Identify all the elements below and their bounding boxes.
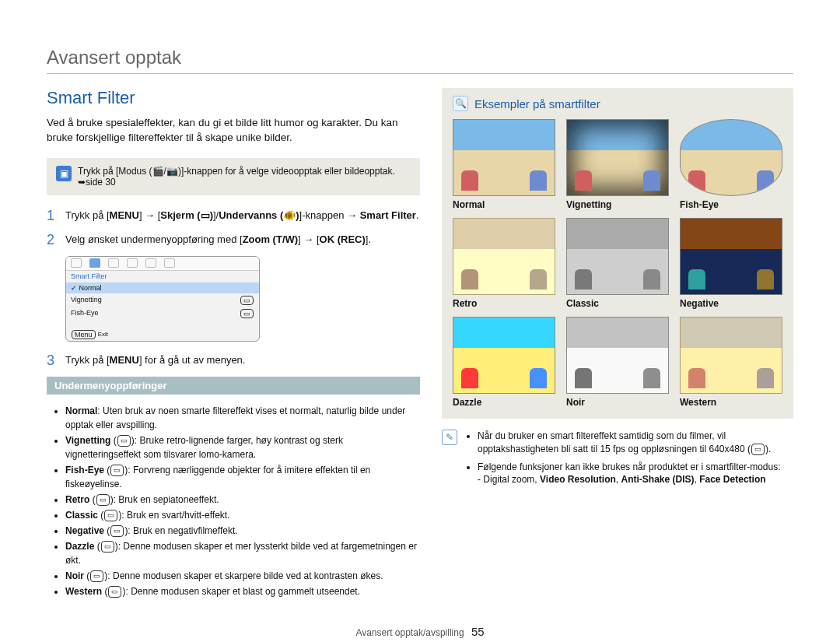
filter-icon: ▭ xyxy=(101,541,114,553)
step-number: 1 xyxy=(47,208,58,224)
submenu-item: Retro (▭): Bruk en sepiatoneeffekt. xyxy=(65,493,420,507)
tab-icon xyxy=(71,258,82,268)
tab-icon xyxy=(145,258,156,268)
thumb-caption: Normal xyxy=(453,199,555,210)
row-icon: ▭ xyxy=(240,309,254,318)
section-title: Smart Filter xyxy=(47,88,420,108)
submenu-header: Undermenyoppføringer xyxy=(47,377,420,395)
examples-header: 🔍 Eksempler på smartfilter xyxy=(453,96,782,111)
submenu-item: Negative (▭): Bruk en negativfilmeffekt. xyxy=(65,524,420,538)
thumb-caption: Fish-Eye xyxy=(680,199,782,210)
examples-box: 🔍 Eksempler på smartfilter Normal Vignet… xyxy=(442,88,793,419)
submenu-item: Vignetting (▭): Bruke retro-lignende far… xyxy=(65,433,420,461)
thumb-image xyxy=(453,119,555,196)
examples-title: Eksempler på smartfilter xyxy=(474,97,600,111)
thumb-image xyxy=(566,119,669,196)
submenu-item: Dazzle (▭): Denne modusen skaper et mer … xyxy=(65,539,420,567)
step-body: Velg ønsket undermenyoppføring med [Zoom… xyxy=(65,232,420,248)
thumb-caption: Noir xyxy=(566,397,669,408)
thumb-retro: Retro xyxy=(453,218,555,309)
right-note-item: Følgende funksjoner kan ikke brukes når … xyxy=(478,461,793,487)
left-column: Smart Filter Ved å bruke spesialeffekter… xyxy=(47,88,420,608)
step-body: Trykk på [MENU] for å gå ut av menyen. xyxy=(65,353,420,369)
step-body: Trykk på [MENU] → [Skjerm (▭)]/Undervann… xyxy=(65,208,420,224)
thumbnail-grid: Normal Vignetting Fish-Eye Retro Classic… xyxy=(453,119,782,408)
thumb-caption: Dazzle xyxy=(453,397,555,408)
footer-label: Avansert opptak/avspilling xyxy=(355,627,464,638)
thumb-dazzle: Dazzle xyxy=(453,317,555,408)
thumb-noir: Noir xyxy=(566,317,669,408)
menu-badge: Menu xyxy=(72,330,96,339)
row-icon: ▭ xyxy=(240,296,254,305)
filter-icon: ▭ xyxy=(108,586,121,598)
thumb-caption: Negative xyxy=(680,298,782,309)
right-notes: ✎ Når du bruker en smart filtereffekt sa… xyxy=(442,430,793,491)
thumb-image xyxy=(566,218,669,295)
page-header: Avansert opptak xyxy=(47,47,793,74)
pencil-note-icon: ✎ xyxy=(442,430,457,445)
screenshot-row-selected: ✓ Normal xyxy=(66,282,259,293)
submenu-item: Noir (▭): Denne modusen skaper et skarpe… xyxy=(65,569,420,583)
steps-list: 1 Trykk på [MENU] → [Skjerm (▭)]/Underva… xyxy=(47,208,420,248)
filter-icon: ▭ xyxy=(117,435,131,447)
submenu-item: Normal: Uten bruk av noen smarte filtere… xyxy=(65,404,420,432)
two-columns: Smart Filter Ved å bruke spesialeffekter… xyxy=(47,88,793,608)
screenshot-footer: Menu Exit xyxy=(71,330,108,339)
tab-icon xyxy=(127,258,138,268)
magnifier-icon: 🔍 xyxy=(453,96,468,111)
submenu-item: Classic (▭): Bruk en svart/hvitt-effekt. xyxy=(65,508,420,522)
right-column: 🔍 Eksempler på smartfilter Normal Vignet… xyxy=(442,88,793,608)
screenshot-row: Vignetting▭ xyxy=(66,293,259,307)
intro-text: Ved å bruke spesialeffekter, kan du gi e… xyxy=(47,116,420,146)
filter-icon: ▭ xyxy=(90,570,103,583)
thumb-caption: Western xyxy=(680,397,782,408)
screenshot-row: Fish-Eye▭ xyxy=(66,307,259,320)
thumb-fisheye: Fish-Eye xyxy=(680,119,782,210)
res-icon: ▭ xyxy=(751,444,765,455)
step-number: 2 xyxy=(47,232,58,248)
step: 3 Trykk på [MENU] for å gå ut av menyen. xyxy=(47,353,420,369)
thumb-western: Western xyxy=(680,317,782,408)
right-notes-list: Når du bruker en smart filtereffekt samt… xyxy=(464,430,793,491)
step-3-slot: 3 Trykk på [MENU] for å gå ut av menyen. xyxy=(47,353,420,369)
thumb-image xyxy=(453,218,555,295)
thumb-vignette: Vignetting xyxy=(566,119,669,210)
thumb-normal: Normal xyxy=(453,119,555,210)
submenu-item: Western (▭): Denne modusen skaper et bla… xyxy=(65,584,420,598)
right-note-item: Når du bruker en smart filtereffekt samt… xyxy=(478,430,793,456)
note-icon: ▣ xyxy=(56,166,72,181)
thumb-image xyxy=(566,317,669,394)
step-number: 3 xyxy=(47,353,58,369)
submenu-item: Fish-Eye (▭): Forvreng nærliggende objek… xyxy=(65,463,420,491)
note-text: Trykk på [Modus (🎬/📷)]-knappen for å vel… xyxy=(78,166,411,188)
thumb-image xyxy=(680,317,782,394)
thumb-negative: Negative xyxy=(680,218,782,309)
page-footer: Avansert opptak/avspilling 55 xyxy=(47,625,793,638)
filter-icon: ▭ xyxy=(96,494,110,507)
thumb-image xyxy=(680,218,782,295)
breadcrumb: Avansert opptak xyxy=(47,47,181,68)
page-number: 55 xyxy=(471,625,485,638)
step: 1 Trykk på [MENU] → [Skjerm (▭)]/Underva… xyxy=(47,208,420,224)
step: 2 Velg ønsket undermenyoppføring med [Zo… xyxy=(47,232,420,248)
submenu-list: Normal: Uten bruk av noen smarte filtere… xyxy=(47,404,420,598)
tab-icon-active xyxy=(89,258,100,268)
screenshot-heading: Smart Filter xyxy=(66,271,259,282)
tab-icon xyxy=(164,258,175,268)
thumb-caption: Classic xyxy=(566,298,669,309)
mode-note-box: ▣ Trykk på [Modus (🎬/📷)]-knappen for å v… xyxy=(47,158,420,195)
tab-icon xyxy=(108,258,119,268)
thumb-caption: Vignetting xyxy=(566,199,669,210)
filter-icon: ▭ xyxy=(110,525,124,538)
thumb-classic: Classic xyxy=(566,218,669,309)
camera-ui-screenshot: Smart Filter ✓ Normal Vignetting▭ Fish-E… xyxy=(65,256,260,342)
thumb-caption: Retro xyxy=(453,298,555,309)
filter-icon: ▭ xyxy=(110,465,124,477)
filter-icon: ▭ xyxy=(104,510,117,522)
thumb-image xyxy=(680,119,782,196)
screenshot-tabbar xyxy=(66,257,259,271)
thumb-image xyxy=(453,317,555,394)
